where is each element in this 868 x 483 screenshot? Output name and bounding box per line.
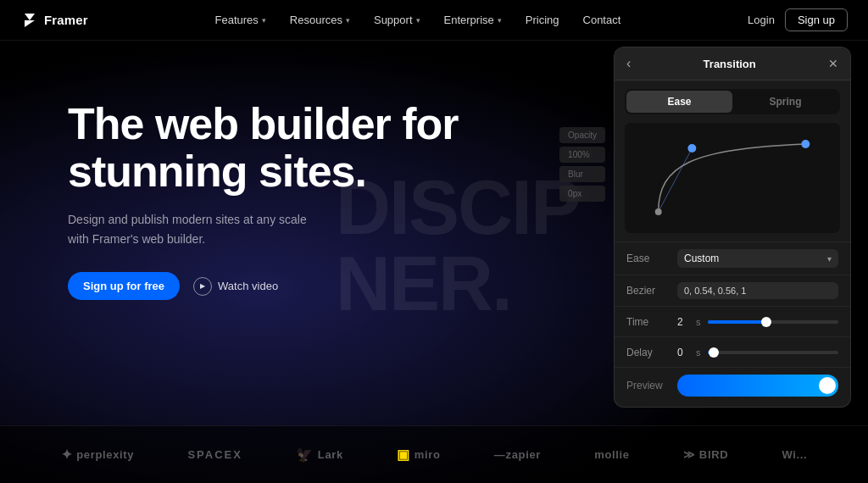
miro-icon: ▣ [397,447,410,463]
time-slider-thumb[interactable] [761,317,771,327]
ease-dropdown[interactable]: Custom ▾ [677,249,838,268]
panel-title: Transition [704,58,756,70]
nav-features[interactable]: Features ▾ [215,14,266,26]
chip-blur: Blur [559,166,605,182]
preview-label: Preview [626,380,677,391]
logos-bar: ✦ perplexity SPACEX 🦅 Lark ▣ miro —zapie… [0,425,868,483]
chevron-down-icon: ▾ [416,16,420,25]
login-button[interactable]: Login [748,14,775,26]
hero-subtitle: Design and publish modern sites at any s… [68,210,322,248]
logo-bird: ≫ BIRD [683,448,728,461]
logo-lark: 🦅 Lark [296,447,343,463]
logo-wi: Wi... [782,448,808,461]
nav-contact[interactable]: Contact [583,14,621,26]
ease-dropdown-value: Custom [684,253,824,264]
logo-spacex: SPACEX [187,448,242,461]
bezier-row: Bezier 0, 0.54, 0.56, 1 [615,275,850,306]
bezier-label: Bezier [626,285,677,297]
nav-resources[interactable]: Resources ▾ [290,14,350,26]
right-side-chips: Opacity 100% Blur 0px [559,127,605,202]
delay-value: 0 [677,347,689,358]
delay-label: Delay [626,347,677,358]
nav-support[interactable]: Support ▾ [374,14,420,26]
panel-header: ‹ Transition ✕ [615,47,850,80]
logo-zapier: —zapier [494,448,541,461]
time-row: Time 2 s [615,306,850,336]
chevron-down-icon: ▾ [262,16,266,25]
nav-auth: Login Sign up [748,8,848,31]
chip-0: 0px [559,186,605,202]
time-slider-row: 2 s [677,316,838,328]
preview-toggle-thumb [819,377,836,394]
hero-buttons: Sign up for free ▶ Watch video [68,272,475,300]
logo-perplexity: ✦ perplexity [61,447,135,463]
bezier-value[interactable]: 0, 0.54, 0.56, 1 [677,282,838,299]
panel-close-button[interactable]: ✕ [828,57,838,70]
delay-unit: s [696,347,701,358]
delay-slider-row: 0 s [677,347,838,358]
time-value: 2 [677,316,689,328]
tab-ease[interactable]: Ease [626,91,732,113]
preview-row: Preview [615,367,850,407]
framer-logo-icon [20,11,39,30]
nav-links: Features ▾ Resources ▾ Support ▾ Enterpr… [215,14,621,26]
nav-enterprise[interactable]: Enterprise ▾ [444,14,502,26]
chevron-down-icon: ▾ [346,16,350,25]
ease-row: Ease Custom ▾ [615,242,850,275]
time-label: Time [626,316,677,328]
preview-toggle[interactable] [677,375,838,397]
transition-panel: ‹ Transition ✕ Ease Spring Ease Custom [614,47,851,408]
svg-point-3 [687,144,696,153]
navbar: Framer Features ▾ Resources ▾ Support ▾ … [0,0,868,41]
ease-label: Ease [626,253,677,264]
brand-name: Framer [44,13,88,27]
bezier-curve-area [625,123,840,233]
play-icon: ▶ [193,277,212,296]
signup-button[interactable]: Sign up [785,8,848,31]
signup-cta-button[interactable]: Sign up for free [68,272,180,300]
panel-back-button[interactable]: ‹ [626,56,631,71]
chevron-down-icon: ▾ [827,254,832,264]
bezier-curve-svg [625,123,840,233]
time-unit: s [696,317,701,327]
hero-content: The web builder for stunning sites. Desi… [68,100,475,300]
logo-miro: ▣ miro [397,447,440,463]
perplexity-icon: ✦ [61,447,73,463]
hero-title: The web builder for stunning sites. [68,100,475,195]
brand-area: Framer [20,11,88,30]
delay-row: Delay 0 s [615,336,850,367]
logo-mollie: mollie [594,448,629,461]
chevron-down-icon: ▾ [498,16,502,25]
svg-rect-0 [625,123,840,233]
chip-opacity: Opacity [559,127,605,143]
watch-video-button[interactable]: ▶ Watch video [193,277,278,296]
time-slider-fill [708,320,767,324]
time-slider-track[interactable] [708,320,839,324]
lark-icon: 🦅 [296,447,314,463]
svg-point-5 [655,208,662,215]
chip-100: 100% [559,147,605,163]
delay-slider-thumb[interactable] [709,347,719,358]
nav-pricing[interactable]: Pricing [526,14,559,26]
tab-switcher: Ease Spring [625,89,840,114]
tab-spring[interactable]: Spring [732,91,838,113]
delay-slider-track[interactable] [708,351,839,354]
